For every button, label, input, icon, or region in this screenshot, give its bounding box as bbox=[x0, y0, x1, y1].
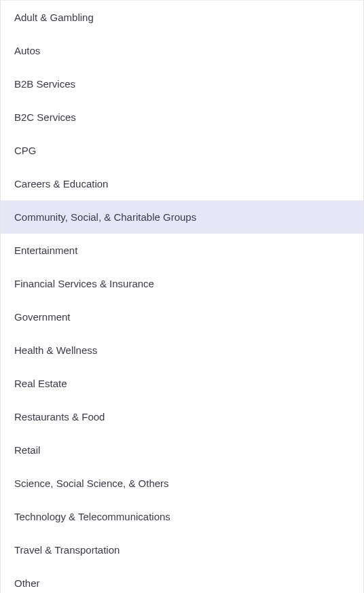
category-option[interactable]: CPG bbox=[1, 134, 363, 167]
category-option-label: Science, Social Science, & Others bbox=[14, 478, 169, 489]
category-list: Adult & Gambling Autos B2B Services B2C … bbox=[1, 1, 363, 593]
category-option[interactable]: Autos bbox=[1, 34, 363, 67]
category-option-label: Entertainment bbox=[14, 245, 77, 256]
category-option-label: Autos bbox=[14, 45, 40, 56]
category-option-label: Government bbox=[14, 311, 71, 323]
category-option-label: CPG bbox=[14, 145, 37, 156]
category-option[interactable]: Health & Wellness bbox=[1, 334, 363, 367]
category-option[interactable]: Travel & Transportation bbox=[1, 533, 363, 567]
category-dropdown-panel: Adult & Gambling Autos B2B Services B2C … bbox=[0, 0, 364, 593]
category-option-label: Financial Services & Insurance bbox=[14, 278, 154, 289]
category-option[interactable]: Technology & Telecommunications bbox=[1, 500, 363, 533]
category-option-label: Adult & Gambling bbox=[14, 12, 94, 23]
category-option-label: Restaurants & Food bbox=[14, 411, 105, 423]
category-option[interactable]: Financial Services & Insurance bbox=[1, 267, 363, 300]
category-option[interactable]: Retail bbox=[1, 433, 363, 467]
category-option-label: B2B Services bbox=[14, 78, 75, 90]
category-option-label: B2C Services bbox=[14, 111, 76, 123]
category-option[interactable]: B2C Services bbox=[1, 101, 363, 134]
category-option-label: Travel & Transportation bbox=[14, 544, 120, 556]
category-option[interactable]: Restaurants & Food bbox=[1, 400, 363, 433]
category-option[interactable]: Entertainment bbox=[1, 234, 363, 267]
category-option-label: Health & Wellness bbox=[14, 344, 97, 356]
category-option[interactable]: Careers & Education bbox=[1, 167, 363, 200]
category-option-label: Other bbox=[14, 577, 40, 589]
category-option-label: Real Estate bbox=[14, 378, 67, 389]
category-option[interactable]: Science, Social Science, & Others bbox=[1, 467, 363, 500]
category-option-label: Retail bbox=[14, 444, 40, 456]
category-option-label: Careers & Education bbox=[14, 178, 108, 190]
category-option[interactable]: Other bbox=[1, 567, 363, 593]
category-option[interactable]: Government bbox=[1, 300, 363, 334]
category-option-label: Technology & Telecommunications bbox=[14, 511, 170, 522]
category-option[interactable]: Community, Social, & Charitable Groups bbox=[1, 200, 363, 234]
category-option[interactable]: B2B Services bbox=[1, 67, 363, 101]
category-option[interactable]: Adult & Gambling bbox=[1, 1, 363, 34]
category-option-label: Community, Social, & Charitable Groups bbox=[14, 211, 196, 223]
category-option[interactable]: Real Estate bbox=[1, 367, 363, 400]
